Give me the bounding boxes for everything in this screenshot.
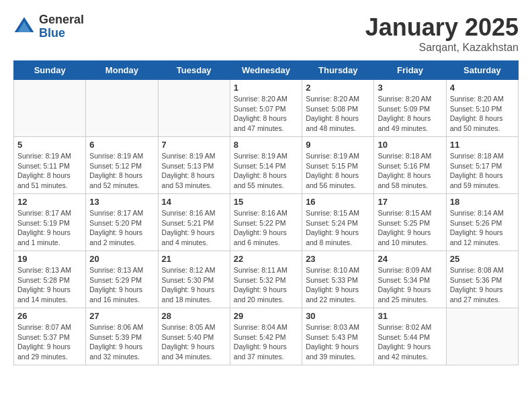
calendar-cell: 18Sunrise: 8:14 AM Sunset: 5:26 PM Dayli… (446, 194, 518, 251)
day-info: Sunrise: 8:07 AM Sunset: 5:37 PM Dayligh… (17, 322, 82, 362)
day-info: Sunrise: 8:16 AM Sunset: 5:21 PM Dayligh… (162, 208, 226, 248)
calendar-week-row: 19Sunrise: 8:13 AM Sunset: 5:28 PM Dayli… (14, 251, 519, 308)
weekday-header: Thursday (302, 61, 374, 80)
calendar-cell: 25Sunrise: 8:08 AM Sunset: 5:36 PM Dayli… (446, 251, 518, 308)
day-number: 17 (378, 197, 442, 207)
calendar-week-row: 12Sunrise: 8:17 AM Sunset: 5:19 PM Dayli… (14, 194, 519, 251)
calendar-cell: 30Sunrise: 8:03 AM Sunset: 5:43 PM Dayli… (302, 308, 374, 365)
day-number: 26 (17, 311, 82, 321)
calendar-cell: 10Sunrise: 8:18 AM Sunset: 5:16 PM Dayli… (374, 137, 446, 194)
day-number: 11 (450, 140, 515, 150)
calendar-week-row: 26Sunrise: 8:07 AM Sunset: 5:37 PM Dayli… (14, 308, 519, 365)
day-number: 24 (378, 254, 442, 264)
day-number: 3 (378, 83, 442, 93)
day-info: Sunrise: 8:12 AM Sunset: 5:30 PM Dayligh… (162, 265, 226, 305)
page-header: General Blue January 2025 Sarqant, Kazak… (13, 13, 519, 54)
calendar-cell: 26Sunrise: 8:07 AM Sunset: 5:37 PM Dayli… (14, 308, 86, 365)
calendar-cell: 4Sunrise: 8:20 AM Sunset: 5:10 PM Daylig… (446, 80, 518, 137)
day-number: 2 (306, 83, 370, 93)
calendar-cell: 8Sunrise: 8:19 AM Sunset: 5:14 PM Daylig… (230, 137, 302, 194)
day-number: 31 (378, 311, 442, 321)
day-info: Sunrise: 8:19 AM Sunset: 5:13 PM Dayligh… (162, 151, 226, 191)
calendar-cell (14, 80, 86, 137)
day-info: Sunrise: 8:03 AM Sunset: 5:43 PM Dayligh… (306, 322, 370, 362)
day-number: 14 (162, 197, 226, 207)
calendar-week-row: 1Sunrise: 8:20 AM Sunset: 5:07 PM Daylig… (14, 80, 519, 137)
day-number: 27 (89, 311, 154, 321)
calendar-cell (446, 308, 518, 365)
day-number: 21 (162, 254, 226, 264)
calendar-cell: 2Sunrise: 8:20 AM Sunset: 5:08 PM Daylig… (302, 80, 374, 137)
day-info: Sunrise: 8:09 AM Sunset: 5:34 PM Dayligh… (378, 265, 442, 305)
day-info: Sunrise: 8:20 AM Sunset: 5:10 PM Dayligh… (450, 94, 515, 134)
day-info: Sunrise: 8:18 AM Sunset: 5:17 PM Dayligh… (450, 151, 515, 191)
day-info: Sunrise: 8:17 AM Sunset: 5:19 PM Dayligh… (17, 208, 82, 248)
day-info: Sunrise: 8:19 AM Sunset: 5:15 PM Dayligh… (306, 151, 370, 191)
weekday-header: Tuesday (158, 61, 230, 80)
day-number: 19 (17, 254, 82, 264)
calendar-cell: 9Sunrise: 8:19 AM Sunset: 5:15 PM Daylig… (302, 137, 374, 194)
logo: General Blue (13, 13, 84, 40)
title-block: January 2025 Sarqant, Kazakhstan (365, 13, 519, 54)
day-number: 30 (306, 311, 370, 321)
day-info: Sunrise: 8:18 AM Sunset: 5:16 PM Dayligh… (378, 151, 442, 191)
day-number: 5 (17, 140, 82, 150)
day-number: 7 (162, 140, 226, 150)
day-number: 25 (450, 254, 515, 264)
day-info: Sunrise: 8:15 AM Sunset: 5:25 PM Dayligh… (378, 208, 442, 248)
calendar-cell: 12Sunrise: 8:17 AM Sunset: 5:19 PM Dayli… (14, 194, 86, 251)
day-info: Sunrise: 8:04 AM Sunset: 5:42 PM Dayligh… (234, 322, 298, 362)
weekday-header: Wednesday (230, 61, 302, 80)
weekday-header: Sunday (14, 61, 86, 80)
day-info: Sunrise: 8:05 AM Sunset: 5:40 PM Dayligh… (162, 322, 226, 362)
calendar-cell: 5Sunrise: 8:19 AM Sunset: 5:11 PM Daylig… (14, 137, 86, 194)
day-info: Sunrise: 8:19 AM Sunset: 5:14 PM Dayligh… (234, 151, 298, 191)
calendar-cell: 20Sunrise: 8:13 AM Sunset: 5:29 PM Dayli… (86, 251, 158, 308)
calendar-cell: 17Sunrise: 8:15 AM Sunset: 5:25 PM Dayli… (374, 194, 446, 251)
day-info: Sunrise: 8:15 AM Sunset: 5:24 PM Dayligh… (306, 208, 370, 248)
day-info: Sunrise: 8:20 AM Sunset: 5:07 PM Dayligh… (234, 94, 298, 134)
calendar-cell: 7Sunrise: 8:19 AM Sunset: 5:13 PM Daylig… (158, 137, 230, 194)
day-info: Sunrise: 8:10 AM Sunset: 5:33 PM Dayligh… (306, 265, 370, 305)
calendar-cell: 27Sunrise: 8:06 AM Sunset: 5:39 PM Dayli… (86, 308, 158, 365)
calendar-subtitle: Sarqant, Kazakhstan (365, 42, 519, 54)
weekday-header-row: SundayMondayTuesdayWednesdayThursdayFrid… (14, 61, 519, 80)
day-info: Sunrise: 8:14 AM Sunset: 5:26 PM Dayligh… (450, 208, 515, 248)
day-number: 6 (89, 140, 154, 150)
day-number: 28 (162, 311, 226, 321)
calendar-cell: 15Sunrise: 8:16 AM Sunset: 5:22 PM Dayli… (230, 194, 302, 251)
calendar-cell: 24Sunrise: 8:09 AM Sunset: 5:34 PM Dayli… (374, 251, 446, 308)
calendar-cell: 29Sunrise: 8:04 AM Sunset: 5:42 PM Dayli… (230, 308, 302, 365)
calendar-cell: 14Sunrise: 8:16 AM Sunset: 5:21 PM Dayli… (158, 194, 230, 251)
day-number: 8 (234, 140, 298, 150)
calendar-table: SundayMondayTuesdayWednesdayThursdayFrid… (13, 60, 519, 365)
day-info: Sunrise: 8:20 AM Sunset: 5:09 PM Dayligh… (378, 94, 442, 134)
calendar-cell: 3Sunrise: 8:20 AM Sunset: 5:09 PM Daylig… (374, 80, 446, 137)
calendar-cell (86, 80, 158, 137)
calendar-cell: 1Sunrise: 8:20 AM Sunset: 5:07 PM Daylig… (230, 80, 302, 137)
day-number: 12 (17, 197, 82, 207)
day-number: 10 (378, 140, 442, 150)
day-info: Sunrise: 8:17 AM Sunset: 5:20 PM Dayligh… (89, 208, 154, 248)
calendar-title: January 2025 (365, 13, 519, 42)
calendar-cell: 22Sunrise: 8:11 AM Sunset: 5:32 PM Dayli… (230, 251, 302, 308)
calendar-cell: 28Sunrise: 8:05 AM Sunset: 5:40 PM Dayli… (158, 308, 230, 365)
day-info: Sunrise: 8:13 AM Sunset: 5:29 PM Dayligh… (89, 265, 154, 305)
day-info: Sunrise: 8:11 AM Sunset: 5:32 PM Dayligh… (234, 265, 298, 305)
logo-icon (13, 16, 35, 38)
day-info: Sunrise: 8:16 AM Sunset: 5:22 PM Dayligh… (234, 208, 298, 248)
day-number: 9 (306, 140, 370, 150)
logo-blue-text: Blue (39, 27, 84, 40)
logo-general-text: General (39, 13, 84, 27)
day-number: 1 (234, 83, 298, 93)
calendar-cell: 13Sunrise: 8:17 AM Sunset: 5:20 PM Dayli… (86, 194, 158, 251)
day-info: Sunrise: 8:08 AM Sunset: 5:36 PM Dayligh… (450, 265, 515, 305)
day-info: Sunrise: 8:06 AM Sunset: 5:39 PM Dayligh… (89, 322, 154, 362)
day-number: 23 (306, 254, 370, 264)
calendar-cell: 6Sunrise: 8:19 AM Sunset: 5:12 PM Daylig… (86, 137, 158, 194)
weekday-header: Monday (86, 61, 158, 80)
day-number: 18 (450, 197, 515, 207)
day-info: Sunrise: 8:19 AM Sunset: 5:12 PM Dayligh… (89, 151, 154, 191)
weekday-header: Friday (374, 61, 446, 80)
calendar-cell (158, 80, 230, 137)
